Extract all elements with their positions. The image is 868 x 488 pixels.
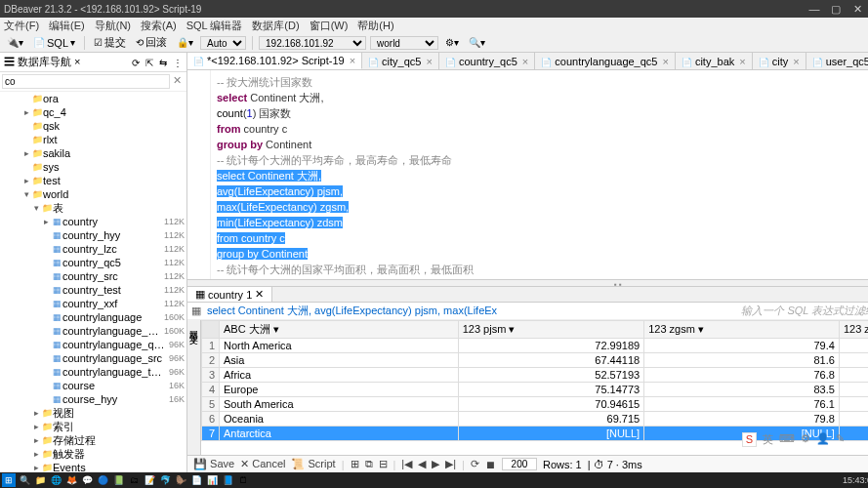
next-icon[interactable]: ▶ [432,458,439,470]
tool-icon[interactable]: 英 [763,432,773,447]
tool-icon[interactable]: ✎ [836,432,845,447]
tree-filter-input[interactable] [2,74,170,89]
menu-item[interactable]: 编辑(E) [49,19,85,33]
first-icon[interactable]: |◀ [401,458,412,470]
stop-icon[interactable]: ⏹ [485,459,496,470]
close-tab-icon[interactable]: × [739,56,745,67]
tree-item[interactable]: countrylanguage_qc596K [0,338,186,351]
refresh-result-icon[interactable]: ⟳ [471,458,479,470]
connection-select[interactable]: 192.168.101.92 [259,36,366,50]
tree-item[interactable]: ▸sakila [0,146,186,160]
task-icon[interactable]: 🐬 [158,473,172,487]
page-size-input[interactable] [502,458,537,470]
tool-icon[interactable]: 👤 [816,432,830,447]
rollback-button[interactable]: ⟲回滚 [133,34,170,51]
last-icon[interactable]: ▶| [445,458,456,470]
clear-filter-icon[interactable]: ✕ [170,74,185,89]
close-button[interactable]: ✕ [850,3,864,16]
tool-icon[interactable]: ⌨ [779,432,795,447]
cancel-button[interactable]: ✕ Cancel [240,458,285,470]
tree-item[interactable]: country_lzc112K [0,242,186,256]
task-icon[interactable]: 🦫 [174,473,187,487]
add-row-icon[interactable]: ⊞ [351,458,359,470]
menu-item[interactable]: 导航(N) [95,19,131,33]
task-icon[interactable]: 🔵 [96,473,109,487]
tree-item[interactable]: ▾表 [0,201,186,215]
sql-editor[interactable]: -- 按大洲统计国家数 select Continent 大洲, count(1… [211,70,868,279]
tree-item[interactable]: countrylanguage_lzc160K [0,324,186,338]
tree-item[interactable]: country_test112K [0,283,186,297]
table-row[interactable]: 3Africa52.5719376.837.2 [202,368,869,383]
new-sql-button[interactable]: 📄SQL▾ [30,36,78,50]
splitter[interactable]: ▪ ▪ [187,279,868,287]
task-icon[interactable]: 📄 [189,473,203,487]
database-select[interactable]: world [370,36,438,50]
dup-row-icon[interactable]: ⧉ [365,458,373,470]
collapse-icon[interactable]: ⇱ [145,58,153,68]
new-connection-button[interactable]: 🔌▾ [4,36,26,49]
editor-tab[interactable]: countrylanguage_qc5× [535,53,676,69]
task-icon[interactable]: 📁 [33,473,47,487]
menu-item[interactable]: 窗口(W) [310,19,349,33]
task-icon[interactable]: 📗 [111,473,125,487]
column-header[interactable]: ABC 大洲 ▾ [220,321,459,339]
tree-item[interactable]: sys [0,160,186,174]
close-tab-icon[interactable]: × [662,56,668,67]
tool-icon[interactable]: ⚙ [801,432,810,447]
editor-tab[interactable]: city_qc5× [362,53,439,69]
task-icon[interactable]: 🌐 [49,473,62,487]
tree-item[interactable]: country_hyy112K [0,228,186,242]
tree-item[interactable]: course_hyy16K [0,392,186,406]
tree-item[interactable]: course16K [0,379,186,392]
save-button[interactable]: 💾 Save [193,458,234,470]
menu-item[interactable]: 搜索(A) [141,19,177,33]
editor-tab[interactable]: *<192.168.101.92> Script-19× [187,53,362,69]
result-tab[interactable]: ▦ country 1 ✕ [187,287,272,302]
tree-item[interactable]: countrylanguage160K [0,310,186,324]
filter-icon[interactable]: ⋮ [173,58,183,68]
menu-item[interactable]: 帮助(H) [357,19,393,33]
tree-item[interactable]: countrylanguage_test96K [0,365,186,379]
tree-item[interactable]: country_xxf112K [0,297,186,310]
menu-item[interactable]: 文件(F) [4,19,39,33]
tree-item[interactable]: ▾world [0,187,186,201]
auto-select[interactable]: Auto [200,36,246,50]
table-row[interactable]: 2Asia67.4411881.645.9 [202,353,869,368]
column-header[interactable]: 123 zgsm ▾ [644,321,840,339]
tree-item[interactable]: countrylanguage_src96K [0,351,186,365]
task-icon[interactable]: 🗒 [236,473,250,487]
tree-item[interactable]: ▸qc_4 [0,105,186,119]
grid-icon[interactable]: ▦ [191,305,201,317]
start-button[interactable]: ⊞ [2,473,16,487]
close-tab-icon[interactable]: × [522,56,528,67]
link-icon[interactable]: ⇆ [159,58,167,68]
settings-icon[interactable]: ⚙▾ [442,36,462,49]
task-icon[interactable]: 🗂 [127,473,141,487]
ime-badge[interactable]: S [742,432,757,447]
editor-tab[interactable]: city_bak× [676,53,753,69]
close-tab-icon[interactable]: × [350,55,355,66]
menu-item[interactable]: SQL 编辑器 [186,19,243,33]
minimize-button[interactable]: — [807,3,821,16]
close-tab-icon[interactable]: × [426,56,432,67]
tree-item[interactable]: country_src112K [0,269,186,283]
tree-item[interactable]: qsk [0,119,186,133]
tree-item[interactable]: ▸test [0,174,186,187]
tree-item[interactable]: country_qc5112K [0,256,186,269]
tx-mode-button[interactable]: 🔒▾ [174,36,196,49]
tree-item[interactable]: ▸Events [0,461,186,472]
column-header[interactable]: 123 pjsm ▾ [458,321,643,339]
prev-icon[interactable]: ◀ [418,458,426,470]
table-row[interactable]: 6Oceania69.71579.859.8 [202,412,869,427]
close-tab-icon[interactable]: × [793,56,799,67]
tree-item[interactable]: ora [0,92,186,105]
refresh-icon[interactable]: ⟳ [132,58,140,68]
commit-button[interactable]: ☑提交 [91,34,129,51]
tree-item[interactable]: ▸存储过程 [0,433,186,447]
task-icon[interactable]: 📝 [143,473,156,487]
task-icon[interactable]: 🔍 [18,473,31,487]
tree-item[interactable]: ▸索引 [0,420,186,433]
script-button[interactable]: 📜 Script [291,458,335,470]
tree-item[interactable]: ▸视图 [0,406,186,420]
filter-hint[interactable]: 输入一个 SQL 表达式过滤结果 (使用 Ctrl+Space) [741,304,868,318]
